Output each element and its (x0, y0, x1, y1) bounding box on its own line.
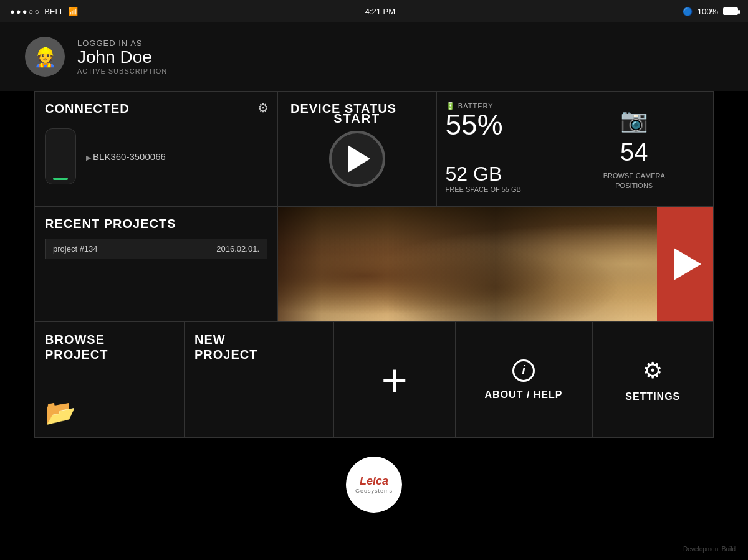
settings-gear-icon: ⚙ (643, 358, 663, 384)
dev-build-label: Development Build (683, 546, 736, 553)
signal-dots: ●●●○○ (10, 7, 41, 16)
play-triangle-icon (348, 145, 370, 173)
new-project-title: NEWPROJECT (194, 332, 324, 362)
leica-text: Leica (360, 475, 388, 486)
project-date: 2016.02.01. (216, 244, 259, 254)
new-project-panel[interactable]: NEWPROJECT (185, 322, 334, 437)
logged-in-label: LOGGED IN AS (77, 39, 167, 48)
camera-positions-label: BROWSE CAMERAPOSITIONS (603, 171, 665, 191)
device-status-inner: START (278, 92, 436, 206)
info-circle-icon: i (512, 359, 535, 382)
storage-label: FREE SPACE OF 55 GB (446, 186, 546, 193)
battery-bottom: 52 GB FREE SPACE OF 55 GB (437, 149, 555, 207)
folder-icon: 📂 (45, 398, 174, 427)
connected-title: CONNECTED (45, 102, 267, 116)
panorama-play-button[interactable] (657, 207, 713, 321)
device-name-label: BLK360-3500066 (86, 151, 166, 162)
carrier-label: BELL (44, 7, 64, 16)
device-capsule (45, 128, 76, 184)
about-help-panel[interactable]: i ABOUT / HELP (456, 322, 593, 437)
wifi-icon: 📶 (68, 7, 78, 16)
battery-percent: 55% (446, 110, 546, 139)
status-bar: ●●●○○ BELL 📶 4:21 PM 🔵 100% (0, 0, 748, 22)
status-left: ●●●○○ BELL 📶 (10, 7, 78, 16)
bluetooth-icon: 🔵 (683, 7, 693, 16)
status-right: 🔵 100% (683, 7, 738, 16)
camera-count: 54 (620, 138, 648, 166)
panorama-area[interactable] (278, 207, 713, 321)
plus-icon: + (381, 358, 408, 402)
project-name: project #134 (53, 244, 98, 254)
battery-icon (723, 7, 738, 15)
footer: Leica Geosystems (0, 438, 748, 519)
browse-project-title: BROWSEPROJECT (45, 332, 174, 362)
camera-icon: 📷 (620, 107, 648, 133)
panorama-play-icon (674, 248, 701, 280)
battery-label: 100% (698, 7, 718, 16)
browse-project-panel[interactable]: BROWSEPROJECT 📂 (35, 322, 185, 437)
battery-top: BATTERY 55% (437, 92, 555, 149)
recent-projects-panel: RECENT PROJECTS project #134 2016.02.01. (35, 207, 278, 321)
row3: BROWSEPROJECT 📂 NEWPROJECT + i ABOUT / H… (35, 322, 713, 437)
status-time: 4:21 PM (365, 7, 395, 16)
storage-gb: 52 GB (446, 163, 546, 186)
user-name: John Doe (77, 48, 167, 67)
settings-label: SETTINGS (625, 391, 680, 402)
pano-overlay (278, 207, 713, 321)
start-button-area[interactable]: START (329, 112, 385, 187)
start-label: START (333, 112, 380, 126)
device-status-panel: DEVICE STATUS START (278, 92, 437, 206)
device-row: BLK360-3500066 (45, 128, 267, 184)
header-text: LOGGED IN AS John Doe ACTIVE SUBSCRIPTIO… (77, 39, 167, 75)
about-help-label: ABOUT / HELP (485, 389, 563, 401)
recent-projects-title: RECENT PROJECTS (45, 217, 267, 231)
avatar: 👷 (25, 37, 65, 77)
camera-panel[interactable]: 📷 54 BROWSE CAMERAPOSITIONS (555, 92, 714, 206)
start-play-circle[interactable] (329, 131, 385, 187)
row2: RECENT PROJECTS project #134 2016.02.01. (35, 207, 713, 322)
header: 👷 LOGGED IN AS John Doe ACTIVE SUBSCRIPT… (0, 22, 748, 91)
leica-logo: Leica Geosystems (346, 457, 402, 513)
connected-gear-button[interactable]: ⚙ (257, 100, 269, 115)
project-item[interactable]: project #134 2016.02.01. (45, 239, 267, 259)
battery-panel: BATTERY 55% 52 GB FREE SPACE OF 55 GB (437, 92, 555, 206)
subscription-label: ACTIVE SUBSCRIPTION (77, 67, 167, 75)
main-grid: CONNECTED ⚙ BLK360-3500066 DEVICE STATUS… (34, 91, 714, 438)
row1: CONNECTED ⚙ BLK360-3500066 DEVICE STATUS… (35, 92, 713, 207)
geosystems-text: Geosystems (355, 488, 393, 494)
connected-panel: CONNECTED ⚙ BLK360-3500066 (35, 92, 278, 206)
plus-panel[interactable]: + (334, 322, 456, 437)
settings-panel[interactable]: ⚙ SETTINGS (593, 322, 714, 437)
